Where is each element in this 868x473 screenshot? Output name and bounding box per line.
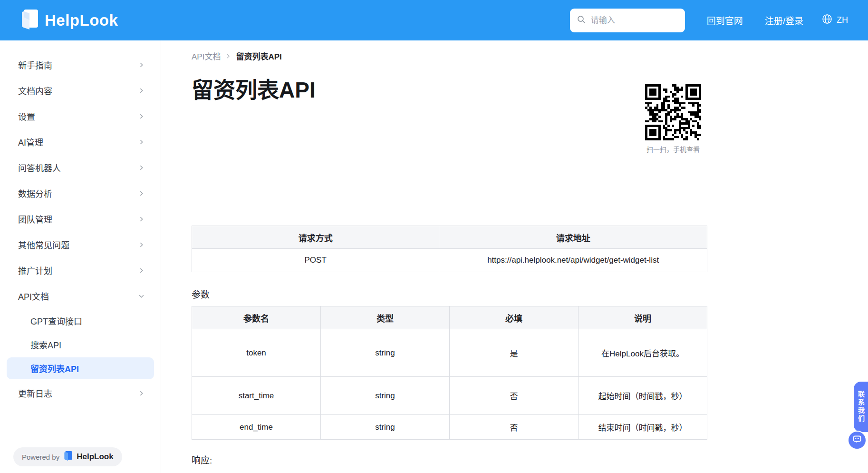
- signup-login-link[interactable]: 注册/登录: [765, 14, 803, 27]
- param-cell: 在HelpLook后台获取。: [579, 329, 707, 377]
- powered-by-text: Powered by: [22, 453, 59, 461]
- qr-code-image: [645, 84, 701, 140]
- sidebar-item-gpt-query-api[interactable]: GPT查询接口: [0, 309, 161, 333]
- request-url-header: 请求地址: [439, 226, 707, 249]
- sidebar-item-label: AI管理: [18, 136, 43, 148]
- sidebar-item-getting-started[interactable]: 新手指南: [0, 52, 161, 78]
- param-cell: token: [192, 329, 321, 377]
- param-type-header: 类型: [321, 306, 450, 329]
- top-header: HelpLook 回到官网 注册/登录 ZH: [0, 0, 868, 40]
- table-header-row: 请求方式 请求地址: [192, 226, 707, 249]
- request-info-table: 请求方式 请求地址 POST https://api.helplook.net/…: [192, 226, 707, 272]
- brand-logo[interactable]: HelpLook: [20, 9, 118, 32]
- language-label: ZH: [837, 15, 848, 25]
- param-cell: 结束时间（时间戳，秒）: [579, 415, 707, 440]
- params-table: 参数名 类型 必填 说明 token string 是 在HelpLook后台获…: [192, 306, 707, 440]
- sidebar-item-label: GPT查询接口: [30, 315, 82, 327]
- sidebar-item-label: 推广计划: [18, 264, 52, 276]
- sidebar-item-data-analysis[interactable]: 数据分析: [0, 180, 161, 206]
- contact-us-label: 联系我们: [856, 391, 866, 423]
- param-cell: 否: [450, 377, 579, 415]
- chevron-right-icon: [138, 242, 145, 248]
- sidebar-item-label: 其他常见问题: [18, 238, 69, 251]
- chevron-right-icon: [138, 390, 145, 396]
- chat-bubble-button[interactable]: [848, 431, 867, 450]
- table-header-row: 参数名 类型 必填 说明: [192, 306, 707, 329]
- search-input[interactable]: [591, 16, 696, 25]
- powered-brand-text: HelpLook: [77, 452, 113, 462]
- table-row-token: token string 是 在HelpLook后台获取。: [192, 329, 707, 377]
- param-cell: string: [321, 377, 450, 415]
- param-cell: 否: [450, 415, 579, 440]
- sidebar-item-api-docs[interactable]: API文档: [0, 283, 161, 309]
- sidebar-item-lead-list-api-active[interactable]: 留资列表API: [7, 357, 154, 379]
- param-cell: 起始时间（时间戳，秒）: [579, 377, 707, 415]
- sidebar-item-promotion-plan[interactable]: 推广计划: [0, 257, 161, 283]
- breadcrumb-chevron-icon: [225, 53, 231, 59]
- param-cell: 是: [450, 329, 579, 377]
- book-logo-icon-small: [63, 451, 73, 463]
- breadcrumb: API文档 留资列表API: [192, 50, 707, 62]
- sidebar-item-label: 数据分析: [18, 187, 52, 199]
- param-cell: string: [321, 329, 450, 377]
- table-row: POST https://api.helplook.net/api/widget…: [192, 249, 707, 272]
- chat-icon: [852, 434, 862, 446]
- language-switcher[interactable]: ZH: [821, 13, 848, 27]
- sidebar-item-label: 设置: [18, 110, 35, 122]
- param-name-header: 参数名: [192, 306, 321, 329]
- book-logo-icon: [20, 9, 39, 32]
- chevron-right-icon: [138, 190, 145, 197]
- globe-icon: [821, 13, 833, 27]
- contact-us-tab[interactable]: 联系我们: [854, 382, 868, 432]
- param-required-header: 必填: [450, 306, 579, 329]
- article: API文档 留资列表API 留资列表API 扫一扫，手机查看 请求方式 请求地址…: [192, 50, 707, 466]
- sidebar-item-search-api[interactable]: 搜索API: [0, 333, 161, 356]
- sidebar-item-label: 更新日志: [18, 387, 52, 399]
- sidebar-item-label: 文档内容: [18, 84, 52, 97]
- qr-block: 扫一扫，手机查看: [644, 84, 703, 154]
- chevron-right-icon: [138, 88, 145, 94]
- breadcrumb-current: 留资列表API: [236, 50, 281, 62]
- qr-caption: 扫一扫，手机查看: [644, 144, 703, 154]
- params-section-label: 参数: [192, 287, 707, 300]
- sidebar-nav: 新手指南 文档内容 设置 AI管理 问答机器人 数据分析 团队管理 其他常见问: [0, 40, 161, 473]
- sidebar-item-label: API文档: [18, 290, 49, 302]
- request-url-cell: https://api.helplook.net/api/widget/get-…: [439, 249, 707, 272]
- sidebar-item-other-faq[interactable]: 其他常见问题: [0, 232, 161, 257]
- powered-by-badge[interactable]: Powered by HelpLook: [13, 447, 122, 466]
- sidebar-item-label: 留资列表API: [30, 362, 79, 374]
- response-section-label: 响应:: [192, 453, 707, 466]
- back-to-site-link[interactable]: 回到官网: [707, 14, 743, 27]
- sidebar-item-label: 团队管理: [18, 213, 52, 225]
- sidebar-item-ai-management[interactable]: AI管理: [0, 129, 161, 155]
- brand-name: HelpLook: [45, 11, 118, 30]
- table-row-start-time: start_time string 否 起始时间（时间戳，秒）: [192, 377, 707, 415]
- main-layout: 新手指南 文档内容 设置 AI管理 问答机器人 数据分析 团队管理 其他常见问: [0, 40, 868, 473]
- request-method-cell: POST: [192, 249, 439, 272]
- param-cell: string: [321, 415, 450, 440]
- content-area: API文档 留资列表API 留资列表API 扫一扫，手机查看 请求方式 请求地址…: [161, 40, 868, 473]
- chevron-right-icon: [138, 216, 145, 222]
- sidebar-item-label: 新手指南: [18, 59, 52, 71]
- chevron-down-icon: [138, 293, 145, 299]
- chevron-right-icon: [138, 139, 145, 145]
- sidebar-item-label: 搜索API: [30, 338, 61, 351]
- sidebar-item-doc-content[interactable]: 文档内容: [0, 78, 161, 103]
- chevron-right-icon: [138, 165, 145, 171]
- sidebar-item-changelog[interactable]: 更新日志: [0, 380, 161, 406]
- sidebar-item-label: 问答机器人: [18, 161, 61, 174]
- chevron-right-icon: [138, 267, 145, 274]
- chevron-right-icon: [138, 113, 145, 119]
- search-icon: [577, 15, 586, 26]
- param-desc-header: 说明: [579, 306, 707, 329]
- param-cell: end_time: [192, 415, 321, 440]
- chevron-right-icon: [138, 62, 145, 68]
- sidebar-item-team-management[interactable]: 团队管理: [0, 206, 161, 232]
- table-row-end-time: end_time string 否 结束时间（时间戳，秒）: [192, 415, 707, 440]
- breadcrumb-section[interactable]: API文档: [192, 50, 221, 62]
- request-method-header: 请求方式: [192, 226, 439, 249]
- sidebar-item-qa-bot[interactable]: 问答机器人: [0, 155, 161, 180]
- search-box[interactable]: [570, 9, 685, 32]
- sidebar-item-settings[interactable]: 设置: [0, 103, 161, 129]
- param-cell: start_time: [192, 377, 321, 415]
